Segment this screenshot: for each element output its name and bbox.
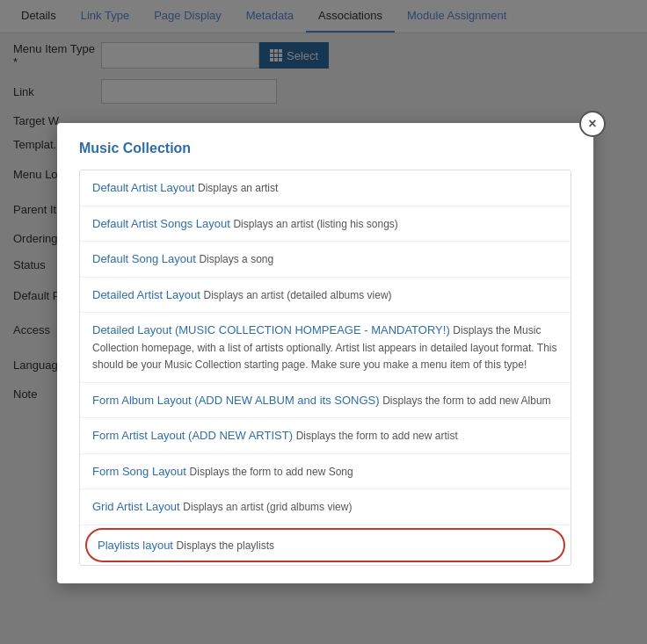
close-button[interactable]: × [579, 111, 606, 137]
item-name: Detailed Artist Layout [92, 288, 200, 301]
item-desc-text: Displays a song [199, 253, 273, 265]
list-item[interactable]: Form Album Layout (ADD NEW ALBUM and its… [80, 383, 571, 419]
list-item[interactable]: Grid Artist Layout Displays an artist (g… [80, 489, 571, 525]
list-item[interactable]: Default Song Layout Displays a song [80, 242, 571, 278]
modal-music-collection: × Music Collection Default Artist Layout… [57, 123, 593, 583]
list-item[interactable]: Form Song Layout Displays the form to ad… [80, 454, 571, 490]
item-desc-text: Displays the form to add new artist [296, 430, 458, 442]
list-item[interactable]: Detailed Layout (MUSIC COLLECTION HOMPEA… [80, 313, 571, 383]
item-name: Default Artist Layout [92, 181, 194, 194]
layout-list: Default Artist Layout Displays an artist… [79, 170, 571, 566]
item-name: Grid Artist Layout [92, 500, 180, 513]
list-item[interactable]: Default Artist Layout Displays an artist [80, 170, 571, 206]
list-item[interactable]: Detailed Artist Layout Displays an artis… [80, 278, 571, 314]
item-desc-text: Displays the form to add new Album [382, 394, 550, 407]
item-desc-text: Displays an artist (grid albums view) [183, 501, 352, 513]
item-name: Form Song Layout [92, 465, 186, 478]
list-item-playlists[interactable]: Playlists layout Displays the playlists [85, 528, 565, 563]
item-name: Detailed Layout (MUSIC COLLECTION HOMPEA… [92, 323, 450, 336]
item-name: Form Album Layout (ADD NEW ALBUM and its… [92, 394, 380, 407]
list-item[interactable]: Form Artist Layout (ADD NEW ARTIST) Disp… [80, 418, 571, 454]
item-name: Default Artist Songs Layout [92, 217, 230, 230]
item-name: Default Song Layout [92, 252, 196, 265]
item-name: Playlists layout [98, 539, 173, 552]
item-desc-text: Displays the form to add new Song [190, 466, 353, 478]
modal-title: Music Collection [79, 141, 571, 156]
item-desc-text: Displays the playlists [177, 539, 274, 552]
item-name: Form Artist Layout (ADD NEW ARTIST) [92, 429, 293, 442]
item-desc-text: Displays an artist (listing his songs) [233, 218, 397, 230]
item-desc-text: Displays an artist (detailed albums view… [203, 289, 391, 301]
list-item[interactable]: Default Artist Songs Layout Displays an … [80, 206, 571, 242]
item-desc-text: Displays an artist [198, 182, 278, 194]
